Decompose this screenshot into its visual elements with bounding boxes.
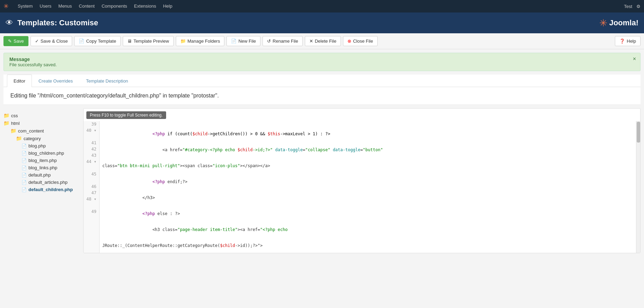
settings-icon[interactable]: ⚙ bbox=[636, 4, 641, 9]
file-tree: 📁 css 📁 html 📁 com_content 📁 category 📄 … bbox=[3, 108, 80, 253]
nav-menus[interactable]: Menus bbox=[55, 0, 75, 12]
close-file-button[interactable]: ⊗ Close File bbox=[343, 36, 378, 46]
file-icon-default-children: 📄 bbox=[22, 187, 27, 192]
file-icon-blog-children: 📄 bbox=[22, 151, 27, 156]
joomla-logo-text: Joomla! bbox=[609, 18, 638, 27]
code-line-44b: JRoute::_(ContentHelperRoute::getCategor… bbox=[102, 242, 637, 249]
nav-content[interactable]: Content bbox=[75, 0, 98, 12]
joomla-logo: ✳ Joomla! bbox=[599, 17, 638, 29]
tree-folder-com-content[interactable]: 📁 com_content bbox=[3, 127, 80, 135]
save-button[interactable]: ✎ Save bbox=[3, 36, 28, 46]
check-icon: ✓ bbox=[35, 38, 39, 44]
nav-extensions[interactable]: Extensions bbox=[131, 0, 160, 12]
folder-icon-category: 📁 bbox=[16, 136, 22, 141]
top-navbar: ✳ System Users Menus Content Components … bbox=[0, 0, 644, 12]
folder-icon-com-content: 📁 bbox=[10, 128, 16, 134]
monitor-icon: 🖥 bbox=[127, 38, 132, 44]
rename-file-button[interactable]: ↺ Rename File bbox=[263, 36, 303, 46]
edit-info-bar: Editing file "/html/com_content/category… bbox=[3, 87, 641, 105]
folder-icon-html: 📁 bbox=[3, 120, 9, 126]
tree-file-blog-children[interactable]: 📄 blog_children.php bbox=[3, 149, 80, 157]
tree-label-default: default.php bbox=[28, 172, 51, 178]
joomla-logo-icon: ✳ bbox=[599, 17, 607, 29]
tree-file-blog[interactable]: 📄 blog.php bbox=[3, 142, 80, 149]
help-icon: ❓ bbox=[619, 38, 625, 44]
tab-create-overrides[interactable]: Create Overrides bbox=[32, 75, 79, 87]
code-line-42: </h3> bbox=[102, 195, 637, 201]
edit-info-text: Editing file "/html/com_content/category… bbox=[10, 93, 219, 99]
tree-file-blog-links[interactable]: 📄 blog_links.php bbox=[3, 164, 80, 171]
joomla-star-icon: ✳ bbox=[3, 2, 9, 10]
code-line-43: <?php else : ?> bbox=[102, 211, 637, 217]
code-line-40: <a href="#category-<?php echo $child->id… bbox=[102, 147, 637, 153]
file-icon-blog-links: 📄 bbox=[22, 165, 27, 170]
tree-label-default-articles: default_articles.php bbox=[28, 180, 68, 185]
tree-label-com-content: com_content bbox=[18, 128, 44, 134]
tree-file-default-articles[interactable]: 📄 default_articles.php bbox=[3, 179, 80, 186]
editor-scrollbar[interactable] bbox=[636, 121, 640, 253]
file-icon-default-articles: 📄 bbox=[22, 180, 27, 185]
message-text: File successfully saved. bbox=[9, 62, 635, 67]
code-line-44: <h3 class="page-header item-title"><a hr… bbox=[102, 226, 637, 233]
nav-help[interactable]: Help bbox=[160, 0, 176, 12]
close-icon: ⊗ bbox=[347, 38, 351, 44]
code-editor[interactable]: Press F10 to toggle Full Screen editing.… bbox=[83, 108, 641, 253]
message-box: Message File successfully saved. × bbox=[3, 53, 641, 71]
nav-system[interactable]: System bbox=[14, 0, 36, 12]
rename-icon: ↺ bbox=[267, 38, 271, 44]
page-title: Templates: Customise bbox=[17, 18, 599, 27]
message-close-button[interactable]: × bbox=[633, 56, 636, 62]
code-line-40b: class="btn btn-mini pull-right"><span cl… bbox=[102, 163, 637, 169]
tab-editor[interactable]: Editor bbox=[7, 75, 32, 87]
tree-folder-html[interactable]: 📁 html bbox=[3, 119, 80, 127]
tree-label-default-children: default_children.php bbox=[28, 187, 73, 192]
nav-components[interactable]: Components bbox=[98, 0, 131, 12]
delete-file-button[interactable]: ✕ Delete File bbox=[305, 36, 341, 46]
test-link[interactable]: Test bbox=[624, 4, 632, 9]
code-container[interactable]: 39 40 ▾ 41 42 43 44 ▾ 45 46 47 48 ▾ 49 <… bbox=[84, 121, 640, 253]
tree-label-category: category bbox=[24, 136, 41, 141]
tree-label-blog-item: blog_item.php bbox=[28, 158, 57, 163]
tree-folder-css[interactable]: 📁 css bbox=[3, 112, 80, 119]
tree-label-blog-children: blog_children.php bbox=[28, 151, 64, 156]
nav-users[interactable]: Users bbox=[36, 0, 55, 12]
folder-icon: 📁 bbox=[180, 38, 186, 44]
tree-label-css: css bbox=[11, 113, 18, 118]
code-line-39: <?php if (count($child->getChildren()) >… bbox=[102, 131, 637, 137]
tree-file-blog-item[interactable]: 📄 blog_item.php bbox=[3, 157, 80, 164]
scrollbar-thumb[interactable] bbox=[637, 122, 640, 143]
tree-file-default-children[interactable]: 📄 default_children.php bbox=[3, 186, 80, 193]
save-icon: ✎ bbox=[8, 38, 12, 44]
new-file-icon: 📄 bbox=[231, 38, 237, 44]
page-header: 👁 Templates: Customise ✳ Joomla! bbox=[0, 12, 644, 33]
main-content: 📁 css 📁 html 📁 com_content 📁 category 📄 … bbox=[0, 108, 644, 253]
delete-icon: ✕ bbox=[309, 38, 313, 44]
template-preview-button[interactable]: 🖥 Template Preview bbox=[123, 36, 174, 46]
tree-label-blog: blog.php bbox=[28, 143, 46, 148]
save-close-button[interactable]: ✓ Save & Close bbox=[31, 36, 72, 46]
eye-icon: 👁 bbox=[6, 18, 13, 27]
manage-folders-button[interactable]: 📁 Manage Folders bbox=[176, 36, 225, 46]
topnav-right: Test ⚙ bbox=[624, 4, 641, 9]
tabs-bar: Editor Create Overrides Template Descrip… bbox=[3, 75, 641, 87]
editor-hint: Press F10 to toggle Full Screen editing. bbox=[86, 111, 166, 119]
file-icon-blog: 📄 bbox=[22, 144, 27, 148]
tree-folder-category[interactable]: 📁 category bbox=[3, 135, 80, 142]
file-icon-default: 📄 bbox=[22, 173, 27, 178]
toolbar: ✎ Save ✓ Save & Close 📄 Copy Template 🖥 … bbox=[0, 33, 644, 49]
line-numbers: 39 40 ▾ 41 42 43 44 ▾ 45 46 47 48 ▾ 49 bbox=[84, 121, 100, 253]
code-line-41: <?php endif;?> bbox=[102, 179, 637, 185]
message-title: Message bbox=[9, 57, 635, 62]
copy-icon: 📄 bbox=[79, 38, 84, 44]
new-file-button[interactable]: 📄 New File bbox=[226, 36, 260, 46]
tab-template-description[interactable]: Template Description bbox=[79, 75, 135, 87]
code-lines[interactable]: <?php if (count($child->getChildren()) >… bbox=[100, 121, 640, 253]
file-icon-blog-item: 📄 bbox=[22, 158, 27, 163]
tree-label-html: html bbox=[11, 121, 20, 126]
tree-file-default[interactable]: 📄 default.php bbox=[3, 171, 80, 179]
folder-icon-css: 📁 bbox=[3, 113, 9, 118]
copy-template-button[interactable]: 📄 Copy Template bbox=[74, 36, 120, 46]
tree-label-blog-links: blog_links.php bbox=[28, 165, 57, 170]
help-button[interactable]: ❓ Help bbox=[615, 36, 641, 46]
